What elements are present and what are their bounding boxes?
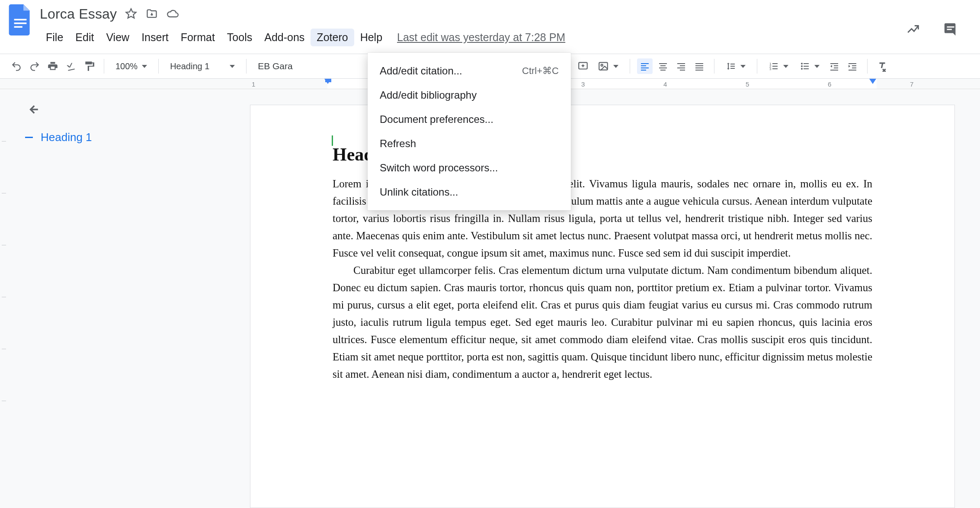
numbered-list-button[interactable]: 123	[764, 61, 793, 71]
svg-point-34	[801, 68, 803, 70]
menu-help[interactable]: Help	[354, 29, 388, 46]
paint-format-button[interactable]	[81, 58, 97, 74]
toolbar-separator	[867, 59, 868, 74]
header: Lorca Essay File Edit View Insert Format…	[0, 0, 980, 54]
menu-add-edit-citation[interactable]: Add/edit citation... Ctrl+⌘C	[368, 59, 571, 83]
svg-rect-25	[772, 63, 778, 64]
svg-rect-6	[599, 62, 608, 70]
outline-item-label: Heading 1	[41, 131, 92, 144]
menu-file[interactable]: File	[40, 29, 69, 46]
last-edit-link[interactable]: Last edit was yesterday at 7:28 PM	[397, 31, 565, 44]
style-select[interactable]: Heading 1	[166, 61, 239, 71]
svg-rect-11	[641, 70, 646, 71]
svg-rect-8	[641, 63, 649, 64]
ruler-label: 3	[581, 80, 585, 88]
menu-document-preferences[interactable]: Document preferences...	[368, 107, 571, 132]
docs-logo-icon[interactable]	[9, 4, 32, 35]
toolbar-separator	[246, 59, 247, 74]
menu-item-label: Switch word processors...	[380, 162, 498, 174]
move-to-folder-icon[interactable]	[145, 7, 158, 20]
ruler-label: 7	[910, 80, 913, 88]
ruler-label: 6	[828, 80, 831, 88]
outline-marker-icon	[25, 137, 33, 138]
menu-tools[interactable]: Tools	[221, 29, 258, 46]
menu-unlink-citations[interactable]: Unlink citations...	[368, 180, 571, 204]
svg-rect-2	[14, 26, 22, 28]
menu-edit[interactable]: Edit	[69, 29, 100, 46]
redo-button[interactable]	[27, 58, 42, 74]
svg-rect-17	[680, 65, 685, 66]
line-spacing-button[interactable]	[721, 61, 750, 71]
menu-item-label: Add/edit citation...	[380, 65, 462, 77]
svg-rect-37	[834, 65, 838, 66]
print-button[interactable]	[45, 58, 61, 74]
menu-item-label: Add/edit bibliography	[380, 89, 477, 101]
insert-comment-button[interactable]	[575, 58, 591, 74]
menu-item-shortcut: Ctrl+⌘C	[522, 65, 559, 77]
zotero-dropdown-menu: Add/edit citation... Ctrl+⌘C Add/edit bi…	[368, 53, 571, 210]
menu-refresh[interactable]: Refresh	[368, 132, 571, 156]
svg-rect-21	[695, 65, 703, 66]
increase-indent-button[interactable]	[845, 58, 860, 74]
align-center-button[interactable]	[655, 58, 671, 74]
svg-rect-33	[804, 66, 809, 67]
document-outline: Heading 1	[8, 89, 250, 508]
ruler-right-indent[interactable]	[869, 79, 876, 84]
ruler-label: 4	[663, 80, 667, 88]
vertical-ruler[interactable]	[0, 89, 8, 508]
menu-zotero[interactable]: Zotero	[311, 29, 354, 46]
toolbar-separator	[757, 59, 757, 74]
decrease-indent-button[interactable]	[826, 58, 842, 74]
ruler-left-indent[interactable]	[324, 79, 331, 84]
style-value: Heading 1	[170, 61, 209, 71]
menu-item-label: Refresh	[380, 138, 416, 150]
svg-point-32	[801, 65, 803, 67]
svg-rect-0	[14, 19, 27, 21]
align-justify-button[interactable]	[692, 58, 707, 74]
svg-rect-10	[641, 68, 649, 68]
activity-icon[interactable]	[906, 22, 921, 37]
align-left-button[interactable]	[637, 58, 653, 74]
svg-rect-35	[804, 68, 809, 69]
outline-back-button[interactable]	[25, 102, 41, 118]
svg-rect-31	[804, 63, 809, 64]
align-right-button[interactable]	[673, 58, 689, 74]
menu-addons[interactable]: Add-ons	[258, 29, 311, 46]
menu-switch-word-processors[interactable]: Switch word processors...	[368, 156, 571, 180]
svg-point-30	[801, 63, 803, 64]
svg-rect-1	[14, 23, 27, 24]
menu-insert[interactable]: Insert	[135, 29, 175, 46]
star-icon[interactable]	[125, 7, 138, 20]
svg-rect-27	[772, 66, 778, 67]
doc-paragraph[interactable]: Curabitur eget ullamcorper felis. Cras e…	[333, 262, 872, 383]
svg-rect-36	[830, 63, 838, 64]
svg-rect-14	[659, 68, 667, 68]
comments-icon[interactable]	[943, 22, 958, 37]
font-select[interactable]: EB Gara	[253, 61, 297, 71]
menu-add-edit-bibliography[interactable]: Add/edit bibliography	[368, 83, 571, 107]
outline-item[interactable]: Heading 1	[25, 131, 237, 144]
svg-rect-4	[947, 29, 952, 30]
spellcheck-button[interactable]	[63, 58, 79, 74]
zoom-select[interactable]: 100%	[111, 61, 151, 71]
svg-rect-18	[677, 68, 685, 68]
document-page[interactable]: Heading Lorem ipsum dolor sit amet, cons…	[250, 105, 955, 508]
bulleted-list-button[interactable]	[795, 61, 824, 71]
toolbar-separator	[714, 59, 714, 74]
document-title[interactable]: Lorca Essay	[40, 6, 117, 22]
ruler-label: 1	[252, 80, 255, 88]
menu-view[interactable]: View	[100, 29, 135, 46]
svg-rect-19	[680, 70, 685, 71]
insert-image-button[interactable]	[593, 61, 623, 72]
svg-rect-23	[695, 70, 703, 71]
menu-format[interactable]: Format	[175, 29, 221, 46]
svg-rect-38	[834, 68, 838, 68]
svg-rect-29	[772, 68, 778, 69]
zoom-value: 100%	[115, 61, 138, 71]
clear-formatting-button[interactable]	[874, 58, 890, 74]
cloud-status-icon[interactable]	[166, 7, 179, 20]
svg-rect-13	[660, 65, 666, 66]
undo-button[interactable]	[9, 58, 24, 74]
svg-rect-9	[641, 65, 646, 66]
menubar: File Edit View Insert Format Tools Add-o…	[40, 29, 565, 46]
